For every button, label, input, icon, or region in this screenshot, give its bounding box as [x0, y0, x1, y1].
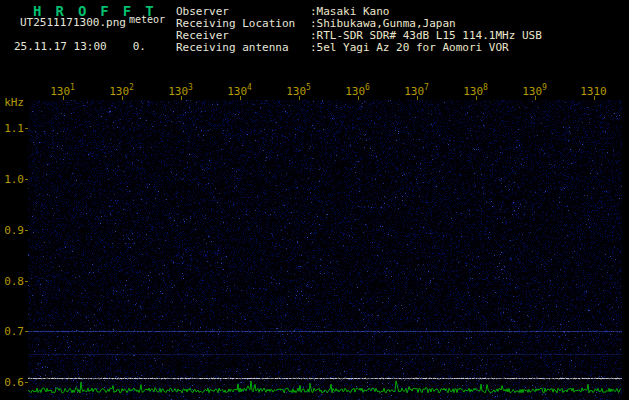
time-label-sup: 2: [129, 83, 134, 92]
metadata-value: :5el Yagi Az 20 for Aomori VOR: [310, 41, 509, 54]
observation-mode-label: meteor: [129, 14, 165, 25]
time-label-sup: 7: [424, 83, 429, 92]
output-filename: UT2511171300.png: [20, 16, 126, 29]
filename-row: UT2511171300.pngmeteor: [20, 16, 165, 29]
hrofft-output-image: HROFFT UT2511171300.pngmeteor 25.11.17 1…: [0, 0, 629, 400]
time-label-sup: 8: [483, 83, 488, 92]
frequency-unit-label: kHz: [0, 96, 24, 109]
frequency-tick-label: 1.1: [0, 122, 24, 135]
frequency-tick-label: 0.6: [0, 376, 24, 389]
time-label-sup: 3: [188, 83, 193, 92]
frequency-tick-label: 0.9: [0, 224, 24, 237]
time-label-sup: 1: [70, 83, 75, 92]
time-label-sup: 5: [306, 83, 311, 92]
metadata-row: Receiving antenna:5el Yagi Az 20 for Aom…: [176, 42, 542, 54]
echo-count: 0.: [133, 40, 146, 53]
observation-datetime: 25.11.17 13:00: [14, 40, 107, 53]
time-label-sup: 4: [247, 83, 252, 92]
time-label-sup: 9: [542, 83, 547, 92]
time-label-sup: 6: [365, 83, 370, 92]
datetime-row: 25.11.17 13:000.: [14, 40, 146, 53]
metadata-label: Receiving antenna: [176, 42, 310, 54]
frequency-tick-label: 0.7: [0, 325, 24, 338]
observation-metadata: Observer:Masaki Kano Receiving Location:…: [176, 6, 542, 54]
spectrogram-canvas: [28, 100, 622, 400]
frequency-tick-label: 0.8: [0, 275, 24, 288]
frequency-tick-label: 1.0: [0, 173, 24, 186]
